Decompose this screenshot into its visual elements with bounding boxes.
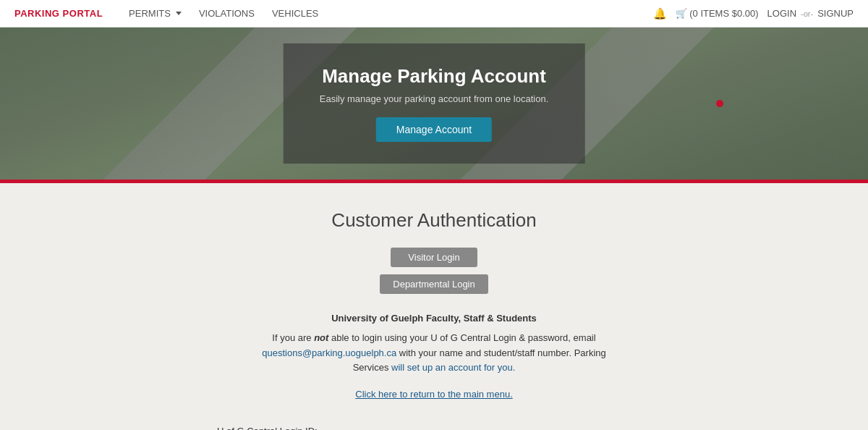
- info-email-link[interactable]: questions@parking.uoguelph.ca: [262, 347, 396, 358]
- info-not: not: [314, 332, 328, 343]
- bell-icon[interactable]: 🔔: [653, 7, 667, 20]
- return-to-main-link[interactable]: Click here to return to the main menu.: [355, 389, 513, 400]
- nav-cart[interactable]: 🛒 (0 ITEMS $0.00): [676, 8, 759, 19]
- nav-violations-label: VIOLATIONS: [199, 8, 255, 19]
- nav-right: 🔔 🛒 (0 ITEMS $0.00) LOGIN -or- SIGNUP: [653, 7, 854, 20]
- hero-overlay-box: Manage Parking Account Easily manage you…: [284, 43, 585, 164]
- navbar: PARKING PORTAL PERMITS VIOLATIONS VEHICL…: [0, 0, 868, 28]
- return-link-container: Click here to return to the main menu.: [355, 389, 513, 400]
- login-id-group: U of G Central Login ID: *: [217, 426, 651, 430]
- info-text-2: able to login using your U of G Central …: [328, 332, 595, 343]
- hero-subtitle: Easily manage your parking account from …: [320, 93, 549, 104]
- info-heading: University of Guelph Faculty, Staff & St…: [331, 313, 537, 324]
- info-section: University of Guelph Faculty, Staff & St…: [260, 311, 608, 376]
- departmental-login-button[interactable]: Departmental Login: [380, 274, 488, 294]
- nav-link-violations[interactable]: VIOLATIONS: [190, 0, 263, 28]
- nav-brand[interactable]: PARKING PORTAL: [14, 8, 103, 19]
- auth-separator: -or-: [801, 9, 813, 18]
- hero-title: Manage Parking Account: [320, 65, 549, 88]
- info-will-setup-link[interactable]: will set up an account for you.: [391, 362, 515, 373]
- nav-links: PERMITS VIOLATIONS VEHICLES: [120, 0, 653, 28]
- signup-link[interactable]: SIGNUP: [817, 8, 854, 19]
- login-form-section: U of G Central Login ID: * Password: * *…: [217, 426, 651, 430]
- login-id-label: U of G Central Login ID:: [217, 426, 651, 430]
- hero-section: Manage Parking Account Easily manage you…: [0, 28, 868, 180]
- login-link[interactable]: LOGIN: [767, 8, 796, 19]
- info-text-1: If you are: [272, 332, 314, 343]
- hero-dot-indicator: [716, 100, 723, 107]
- permits-chevron-icon: [176, 12, 182, 15]
- visitor-login-button[interactable]: Visitor Login: [391, 248, 477, 267]
- nav-link-permits[interactable]: PERMITS: [120, 0, 190, 28]
- nav-link-vehicles[interactable]: VEHICLES: [263, 0, 327, 28]
- nav-auth: LOGIN -or- SIGNUP: [767, 8, 854, 19]
- manage-account-button[interactable]: Manage Account: [376, 117, 492, 142]
- page-heading: Customer Authentication: [331, 209, 536, 232]
- nav-vehicles-label: VEHICLES: [272, 8, 318, 19]
- nav-permits-label: PERMITS: [129, 8, 171, 19]
- main-content: Customer Authentication Visitor Login De…: [0, 183, 868, 430]
